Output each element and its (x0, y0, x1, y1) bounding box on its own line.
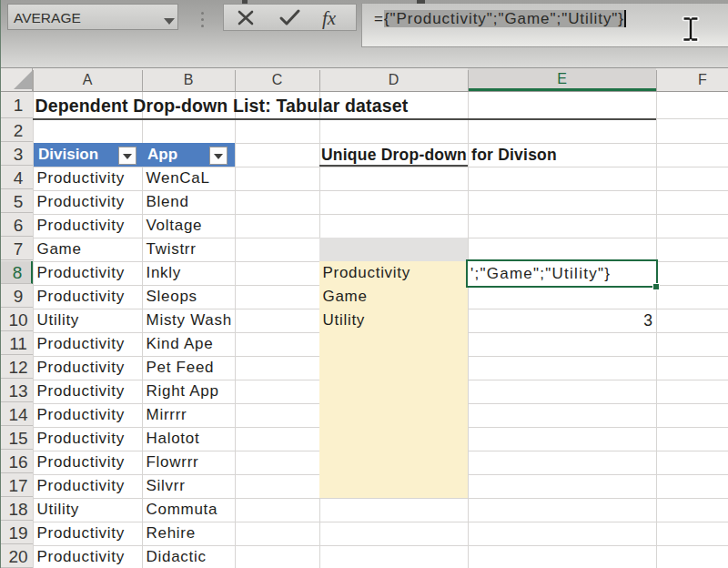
svg-text:fx: fx (322, 7, 337, 29)
